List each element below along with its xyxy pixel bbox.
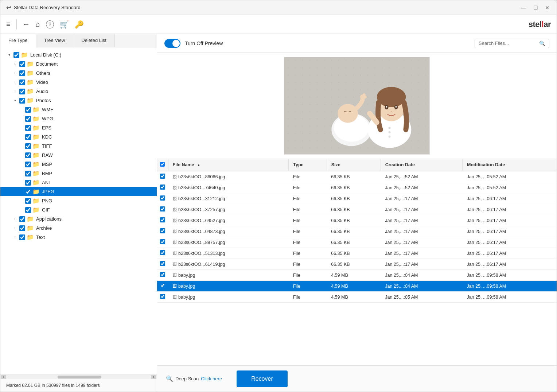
- tree-item-video[interactable]: › 📁 Video: [0, 78, 157, 87]
- row-checkbox-cell[interactable]: [157, 248, 168, 259]
- row-checkbox-cell[interactable]: [157, 270, 168, 281]
- row-checkbox-cell[interactable]: [157, 281, 168, 292]
- table-row[interactable]: 🖼 b23s6ktOO...89757.jpg File 66.35 KB Ja…: [157, 237, 557, 248]
- checkbox-msp[interactable]: [25, 162, 31, 167]
- back-icon[interactable]: ←: [23, 20, 30, 28]
- table-row[interactable]: 🖼 b23s6ktOO...37257.jpg File 66.35 KB Ja…: [157, 204, 557, 215]
- home-icon[interactable]: ⌂: [36, 20, 40, 28]
- scroll-thumb[interactable]: [58, 376, 101, 379]
- expand-document[interactable]: ›: [12, 62, 18, 66]
- th-type[interactable]: Type: [289, 159, 327, 171]
- search-input[interactable]: [479, 40, 537, 46]
- minimize-button[interactable]: —: [520, 4, 527, 11]
- row-checkbox[interactable]: [160, 217, 165, 222]
- checkbox-applications[interactable]: [19, 216, 25, 222]
- expand-text[interactable]: ›: [12, 235, 18, 239]
- table-row[interactable]: 🖼 b23s6ktOO...86066.jpg File 66.35 KB Ja…: [157, 171, 557, 182]
- row-checkbox-cell[interactable]: [157, 237, 168, 248]
- th-creation[interactable]: Creation Date: [381, 159, 462, 171]
- tree-item-text[interactable]: › 📁 Text: [0, 233, 157, 242]
- row-checkbox[interactable]: [160, 206, 165, 211]
- expand-archive[interactable]: ›: [12, 226, 18, 230]
- tab-tree-view[interactable]: Tree View: [36, 34, 74, 47]
- scroll-right-btn[interactable]: ›: [151, 375, 156, 379]
- checkbox-others[interactable]: [19, 70, 25, 76]
- checkbox-root[interactable]: [13, 52, 19, 58]
- checkbox-video[interactable]: [19, 79, 25, 85]
- preview-toggle[interactable]: [164, 39, 180, 48]
- expand-root[interactable]: ▾: [6, 53, 12, 57]
- row-checkbox-cell[interactable]: [157, 226, 168, 237]
- row-checkbox-cell[interactable]: [157, 182, 168, 193]
- tree-item-jpeg[interactable]: 📁 JPEG: [0, 187, 157, 196]
- table-row[interactable]: 🖼 b23s6ktOO...74640.jpg File 66.35 KB Ja…: [157, 182, 557, 193]
- tree-item-root[interactable]: ▾ 📁 Local Disk (C:): [0, 50, 157, 59]
- tree-item-wmf[interactable]: 📁 WMF: [0, 105, 157, 114]
- checkbox-tiff[interactable]: [25, 143, 31, 149]
- tab-deleted-list[interactable]: Deleted List: [73, 34, 115, 47]
- table-row[interactable]: 🖼 b23s6ktOO...31212.jpg File 66.35 KB Ja…: [157, 193, 557, 204]
- expand-photos[interactable]: ▾: [12, 98, 18, 102]
- tree-item-applications[interactable]: › 📁 Applications: [0, 214, 157, 224]
- tree-item-ani[interactable]: 📁 ANI: [0, 178, 157, 187]
- tab-file-type[interactable]: File Type: [0, 34, 36, 47]
- key-icon[interactable]: 🔑: [75, 20, 84, 29]
- checkbox-archive[interactable]: [19, 225, 25, 231]
- recover-button[interactable]: Recover: [237, 370, 288, 387]
- row-checkbox[interactable]: [160, 239, 165, 244]
- checkbox-gif[interactable]: [25, 207, 31, 213]
- tree-item-gif[interactable]: 📁 GIF: [0, 205, 157, 214]
- row-checkbox-cell[interactable]: [157, 215, 168, 226]
- th-size[interactable]: Size: [327, 159, 381, 171]
- maximize-button[interactable]: ☐: [532, 4, 539, 11]
- row-checkbox[interactable]: [160, 174, 165, 179]
- table-row[interactable]: 🖼 b23s6ktOO...04873.jpg File 66.35 KB Ja…: [157, 226, 557, 237]
- checkbox-photos[interactable]: [19, 98, 25, 104]
- table-row[interactable]: 🖼 b23s6ktOO...51313.jpg File 66.35 KB Ja…: [157, 248, 557, 259]
- tree-item-audio[interactable]: › 📁 Audio: [0, 87, 157, 96]
- row-checkbox[interactable]: [160, 228, 165, 233]
- tree-item-kdc[interactable]: 📁 KDC: [0, 132, 157, 141]
- expand-video[interactable]: ›: [12, 80, 18, 84]
- expand-applications[interactable]: ›: [12, 217, 18, 221]
- row-checkbox-cell[interactable]: [157, 204, 168, 215]
- checkbox-document[interactable]: [19, 61, 25, 67]
- checkbox-bmp[interactable]: [25, 171, 31, 176]
- th-filename[interactable]: File Name ▲: [168, 159, 289, 171]
- row-checkbox[interactable]: [160, 261, 165, 266]
- table-row[interactable]: 🖼 baby.jpg File 4.59 MB Jan 25,...:05 AM…: [157, 292, 557, 303]
- row-checkbox-cell[interactable]: [157, 292, 168, 303]
- tree-item-archive[interactable]: › 📁 Archive: [0, 224, 157, 233]
- row-checkbox[interactable]: [160, 272, 165, 277]
- tree-item-eps[interactable]: 📁 EPS: [0, 123, 157, 132]
- help-icon[interactable]: ?: [46, 20, 54, 28]
- row-checkbox-cell[interactable]: [157, 259, 168, 270]
- row-checkbox[interactable]: [160, 294, 165, 299]
- close-button[interactable]: ✕: [544, 4, 551, 11]
- tree-item-bmp[interactable]: 📁 BMP: [0, 169, 157, 178]
- tree-item-wpg[interactable]: 📁 WPG: [0, 114, 157, 123]
- row-checkbox[interactable]: [160, 185, 165, 190]
- expand-audio[interactable]: ›: [12, 89, 18, 93]
- row-checkbox[interactable]: [160, 195, 165, 201]
- checkbox-wpg[interactable]: [25, 116, 31, 122]
- checkbox-raw[interactable]: [25, 152, 31, 158]
- tree-item-msp[interactable]: 📁 MSP: [0, 160, 157, 169]
- checkbox-eps[interactable]: [25, 125, 31, 131]
- checkbox-png[interactable]: [25, 198, 31, 204]
- row-checkbox[interactable]: [160, 250, 165, 255]
- cart-icon[interactable]: 🛒: [60, 20, 69, 29]
- checkbox-audio[interactable]: [19, 89, 25, 94]
- select-all-checkbox[interactable]: [160, 162, 165, 167]
- tree-item-tiff[interactable]: 📁 TIFF: [0, 141, 157, 151]
- checkbox-ani[interactable]: [25, 180, 31, 186]
- th-modification[interactable]: Modification Date: [463, 159, 557, 171]
- checkbox-kdc[interactable]: [25, 134, 31, 140]
- table-row[interactable]: 🖼 baby.jpg File 4.59 MB Jan 25,...:04 AM…: [157, 270, 557, 281]
- tree-item-png[interactable]: 📁 PNG: [0, 196, 157, 205]
- tree-item-others[interactable]: › 📁 Others: [0, 69, 157, 78]
- table-row[interactable]: 🖼 b23s6ktOO...64527.jpg File 66.35 KB Ja…: [157, 215, 557, 226]
- row-checkbox-cell[interactable]: [157, 193, 168, 204]
- row-checkbox[interactable]: [160, 283, 165, 288]
- expand-others[interactable]: ›: [12, 71, 18, 75]
